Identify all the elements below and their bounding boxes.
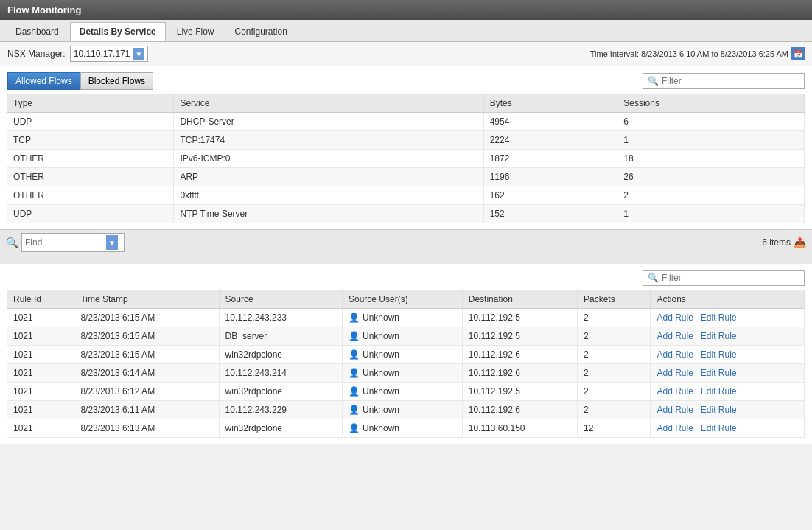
nsx-manager-label: NSX Manager: <box>7 49 66 59</box>
edit-rule-button[interactable]: Edit Rule <box>701 423 737 433</box>
edit-rule-button[interactable]: Edit Rule <box>701 349 737 360</box>
allowed-flows-section: Allowed Flows Blocked Flows 🔍 Type Servi… <box>0 66 812 229</box>
col-source: Source <box>219 290 342 309</box>
cell-source-user: 👤Unknown <box>342 346 462 364</box>
cell-time-stamp: 8/23/2013 6:15 AM <box>74 309 219 327</box>
nsx-manager-selector[interactable]: 10.110.17.171 ▼ <box>70 46 149 62</box>
edit-rule-button[interactable]: Edit Rule <box>701 368 737 378</box>
items-count-text: 6 items <box>762 237 791 248</box>
nsx-manager-dropdown-arrow[interactable]: ▼ <box>133 48 144 60</box>
blocked-flows-section: 🔍 Rule Id Time Stamp Source Source User(… <box>0 264 812 444</box>
cell-rule-id: 1021 <box>7 383 74 401</box>
cell-service: 0xffff <box>174 186 483 205</box>
cell-source: win32rdpclone <box>219 346 342 364</box>
table-row[interactable]: 1021 8/23/2013 6:14 AM 10.112.243.214 👤U… <box>7 364 805 383</box>
cell-rule-id: 1021 <box>7 309 74 327</box>
section-gap <box>0 255 812 264</box>
col-packets: Packets <box>578 290 651 309</box>
col-actions: Actions <box>651 290 805 309</box>
cell-source-user: 👤Unknown <box>342 309 462 327</box>
tab-live-flow[interactable]: Live Flow <box>167 22 224 41</box>
table-row[interactable]: 1021 8/23/2013 6:12 AM win32rdpclone 👤Un… <box>7 383 805 401</box>
add-rule-button[interactable]: Add Rule <box>657 331 693 341</box>
add-rule-button[interactable]: Add Rule <box>657 349 693 360</box>
cell-destination: 10.112.192.6 <box>462 346 577 364</box>
table-row[interactable]: 1021 8/23/2013 6:15 AM 10.112.243.233 👤U… <box>7 309 805 327</box>
table-row[interactable]: 1021 8/23/2013 6:15 AM DB_server 👤Unknow… <box>7 327 805 346</box>
cell-sessions: 1 <box>617 205 805 223</box>
table-row[interactable]: TCP TCP:17474 2224 1 <box>7 131 805 150</box>
tab-bar: Dashboard Details By Service Live Flow C… <box>0 20 812 42</box>
cell-service: TCP:17474 <box>174 131 483 150</box>
manager-bar: NSX Manager: 10.110.17.171 ▼ Time Interv… <box>0 42 812 66</box>
cell-time-stamp: 8/23/2013 6:13 AM <box>74 419 219 438</box>
cell-actions: Add Rule Edit Rule <box>651 309 805 327</box>
flow-toggle-buttons: Allowed Flows Blocked Flows <box>7 72 153 90</box>
cell-bytes: 2224 <box>483 131 617 150</box>
cell-destination: 10.112.192.6 <box>462 364 577 383</box>
allowed-flows-button[interactable]: Allowed Flows <box>7 72 80 90</box>
cell-packets: 12 <box>578 419 651 438</box>
search-icon: 🔍 <box>648 76 659 86</box>
col-bytes: Bytes <box>483 94 617 113</box>
table-row[interactable]: OTHER ARP 1196 26 <box>7 168 805 186</box>
cell-sessions: 18 <box>617 150 805 168</box>
allowed-flows-filter-input[interactable] <box>662 76 794 86</box>
cell-time-stamp: 8/23/2013 6:14 AM <box>74 364 219 383</box>
add-rule-button[interactable]: Add Rule <box>657 423 693 433</box>
table-row[interactable]: OTHER 0xffff 162 2 <box>7 186 805 205</box>
table-row[interactable]: 1021 8/23/2013 6:13 AM win32rdpclone 👤Un… <box>7 419 805 438</box>
cell-destination: 10.113.60.150 <box>462 419 577 438</box>
tab-configuration[interactable]: Configuration <box>225 22 296 41</box>
time-interval-text: Time Interval: 8/23/2013 6:10 AM to 8/23… <box>590 49 788 58</box>
calendar-icon[interactable]: 📅 <box>791 47 805 60</box>
cell-bytes: 152 <box>483 205 617 223</box>
cell-source: DB_server <box>219 327 342 346</box>
cell-source: 10.112.243.214 <box>219 364 342 383</box>
cell-source: win32rdpclone <box>219 383 342 401</box>
find-input[interactable] <box>25 237 106 248</box>
table-row[interactable]: 1021 8/23/2013 6:11 AM 10.112.243.229 👤U… <box>7 401 805 419</box>
tab-details-by-service[interactable]: Details By Service <box>70 22 166 41</box>
edit-rule-button[interactable]: Edit Rule <box>701 331 737 341</box>
cell-source-user: 👤Unknown <box>342 401 462 419</box>
cell-packets: 2 <box>578 383 651 401</box>
cell-type: OTHER <box>7 150 174 168</box>
cell-actions: Add Rule Edit Rule <box>651 364 805 383</box>
add-rule-button[interactable]: Add Rule <box>657 313 693 323</box>
add-rule-button[interactable]: Add Rule <box>657 368 693 378</box>
blocked-flows-header-row: Rule Id Time Stamp Source Source User(s)… <box>7 290 805 309</box>
cell-actions: Add Rule Edit Rule <box>651 419 805 438</box>
table-row[interactable]: OTHER IPv6-ICMP:0 1872 18 <box>7 150 805 168</box>
cell-bytes: 1196 <box>483 168 617 186</box>
find-icon: 🔍 <box>6 237 18 248</box>
edit-rule-button[interactable]: Edit Rule <box>701 313 737 323</box>
cell-type: TCP <box>7 131 174 150</box>
cell-type: OTHER <box>7 186 174 205</box>
cell-source-user: 👤Unknown <box>342 364 462 383</box>
title-bar: Flow Monitoring <box>0 0 812 20</box>
cell-time-stamp: 8/23/2013 6:11 AM <box>74 401 219 419</box>
allowed-flows-filter-row: Allowed Flows Blocked Flows 🔍 <box>7 72 805 90</box>
add-rule-button[interactable]: Add Rule <box>657 405 693 415</box>
export-icon[interactable]: 📤 <box>794 237 806 248</box>
table-row[interactable]: 1021 8/23/2013 6:15 AM win32rdpclone 👤Un… <box>7 346 805 364</box>
cell-type: UDP <box>7 205 174 223</box>
find-dropdown-arrow[interactable]: ▼ <box>106 235 118 250</box>
blocked-flows-button[interactable]: Blocked Flows <box>80 72 153 90</box>
col-destination: Destination <box>462 290 577 309</box>
cell-sessions: 2 <box>617 186 805 205</box>
cell-service: ARP <box>174 168 483 186</box>
col-type: Type <box>7 94 174 113</box>
edit-rule-button[interactable]: Edit Rule <box>701 405 737 415</box>
add-rule-button[interactable]: Add Rule <box>657 386 693 397</box>
cell-actions: Add Rule Edit Rule <box>651 346 805 364</box>
cell-source: 10.112.243.233 <box>219 309 342 327</box>
tab-dashboard[interactable]: Dashboard <box>6 22 69 41</box>
edit-rule-button[interactable]: Edit Rule <box>701 386 737 397</box>
cell-bytes: 4954 <box>483 113 617 131</box>
table-row[interactable]: UDP DHCP-Server 4954 6 <box>7 113 805 131</box>
col-source-user: Source User(s) <box>342 290 462 309</box>
blocked-flows-filter-input[interactable] <box>662 273 794 283</box>
table-row[interactable]: UDP NTP Time Server 152 1 <box>7 205 805 223</box>
